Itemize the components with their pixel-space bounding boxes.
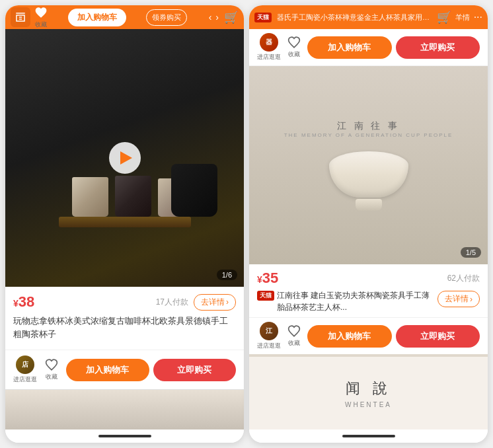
right-action-bar-bottom: 江 进店逛逛 收藏 加入购物车 立即购买 bbox=[249, 317, 488, 354]
sold-count: 17人付款 bbox=[156, 297, 188, 308]
left-home-bar bbox=[5, 429, 244, 443]
left-top-fav-btn[interactable]: 收藏 bbox=[34, 6, 48, 29]
right-bottom-add-cart-button[interactable]: 加入购物车 bbox=[307, 325, 392, 348]
whentea-sub-text: WHENTEA bbox=[345, 401, 392, 408]
right-bottom-action-buttons: 加入购物车 立即购买 bbox=[307, 325, 480, 348]
product-price: ¥38 bbox=[13, 293, 34, 311]
right-top-fav-btn[interactable]: 收藏 bbox=[287, 36, 301, 59]
left-product-image: 1/6 bbox=[5, 29, 244, 287]
tmall-badge: 天猫 bbox=[254, 13, 272, 22]
teapot bbox=[171, 164, 217, 217]
right-detail-button[interactable]: 去详情 › bbox=[437, 291, 480, 307]
shop-avatar: 店 bbox=[16, 355, 34, 374]
left-fav-btn[interactable]: 收藏 bbox=[45, 358, 58, 381]
right-product-price: ¥35 bbox=[257, 270, 278, 287]
next-arrow[interactable]: › bbox=[214, 11, 220, 24]
right-product-title: 器氏手工陶瓷小茶杯禅意鉴金主人杯茶具家用复古功夫品茗杯... bbox=[277, 13, 432, 22]
whentea-branding: 闻 說 WHENTEA bbox=[345, 379, 392, 408]
right-product-bg: 江 南 往 事 THE MEMORY OF A GENERATION CUP P… bbox=[249, 66, 488, 264]
right-top-add-cart-button[interactable]: 加入购物车 bbox=[307, 36, 392, 59]
add-cart-button[interactable]: 加入购物车 bbox=[66, 359, 149, 381]
action-buttons: 加入购物车 立即购买 bbox=[66, 359, 236, 381]
right-home-bar-line bbox=[342, 435, 395, 437]
jiangnan-title: 江 南 往 事 bbox=[284, 120, 453, 132]
jiangnan-subtitle: THE MEMORY OF A GENERATION CUP PEOPLE bbox=[284, 132, 453, 138]
buy-now-button[interactable]: 立即购买 bbox=[153, 359, 237, 381]
bowl-foot bbox=[356, 199, 382, 211]
right-bottom-buy-now-button[interactable]: 立即购买 bbox=[396, 325, 480, 348]
play-button[interactable] bbox=[109, 142, 141, 174]
cup-2 bbox=[115, 176, 151, 217]
left-top-bar: 收藏 加入购物车 领券购买 ‹ › 🛒 bbox=[5, 5, 244, 29]
right-product-1-image: 江 南 往 事 THE MEMORY OF A GENERATION CUP P… bbox=[249, 66, 488, 264]
left-top-right: ‹ › 🛒 bbox=[208, 10, 239, 24]
bowl-body bbox=[329, 151, 408, 198]
right-top-action-buttons: 加入购物车 立即购买 bbox=[307, 36, 480, 59]
left-top-add-cart-button[interactable]: 加入购物车 bbox=[68, 9, 126, 26]
cart-bar-right: 🛒 羊情 ··· bbox=[437, 10, 482, 24]
bottom-teaser bbox=[5, 389, 244, 429]
shop-visit-btn[interactable]: 店 进店逛逛 bbox=[13, 355, 37, 384]
cup-1 bbox=[72, 177, 108, 217]
prev-arrow[interactable]: ‹ bbox=[208, 11, 213, 24]
nav-arrows: ‹ › bbox=[208, 11, 220, 24]
image-counter: 1/6 bbox=[217, 270, 237, 280]
left-phone: 收藏 加入购物车 领券购买 ‹ › 🛒 bbox=[5, 5, 244, 443]
right-home-bar bbox=[249, 429, 488, 443]
right-image-counter: 1/5 bbox=[461, 247, 481, 258]
cart-text: 羊情 bbox=[455, 13, 470, 22]
right-product-info: ¥35 62人付款 天猫 江南往事 建白玉瓷功夫茶杯陶瓷茶具手工薄胎品杯茶艺主人… bbox=[249, 264, 488, 317]
right-bottom-shop-avatar: 江 bbox=[260, 322, 278, 340]
wooden-tray bbox=[59, 217, 191, 227]
right-price-row: ¥35 62人付款 bbox=[257, 270, 480, 287]
shop-icon bbox=[11, 7, 30, 27]
cart-icon[interactable]: 🛒 bbox=[224, 10, 239, 24]
home-bar-line bbox=[98, 435, 151, 437]
right-shop-avatar: 器 bbox=[260, 33, 278, 52]
price-row: ¥38 17人付款 去详情 › bbox=[13, 293, 236, 311]
product-title: 玩物志拿铁杯冰美式浓缩复古咖啡杯北欧茶具景德镇手工粗陶茶杯子 bbox=[13, 315, 236, 340]
bowl-illustration bbox=[329, 151, 408, 211]
right-sold-count: 62人付款 bbox=[447, 273, 480, 284]
left-action-bar: 店 进店逛逛 收藏 加入购物车 立即购买 bbox=[5, 350, 244, 389]
right-top-bar: 天猫 器氏手工陶瓷小茶杯禅意鉴金主人杯茶具家用复古功夫品茗杯... 🛒 羊情 ·… bbox=[249, 5, 488, 29]
right-bottom-fav-btn[interactable]: 收藏 bbox=[287, 324, 301, 348]
right-top-buy-now-button[interactable]: 立即购买 bbox=[396, 36, 480, 59]
right-shop-visit-btn[interactable]: 器 进店逛逛 bbox=[257, 33, 281, 61]
right-phone: 天猫 器氏手工陶瓷小茶杯禅意鉴金主人杯茶具家用复古功夫品茗杯... 🛒 羊情 ·… bbox=[249, 5, 488, 443]
bottom-teaser-inner bbox=[5, 390, 244, 429]
right-product-title-text: 江南往事 建白玉瓷功夫茶杯陶瓷茶具手工薄胎品杯茶艺主人杯... bbox=[277, 289, 434, 313]
right-tmall-badge: 天猫 bbox=[257, 291, 274, 301]
right-bottom-shop-btn[interactable]: 江 进店逛逛 bbox=[257, 322, 281, 350]
right-cart-icon[interactable]: 🛒 bbox=[437, 10, 451, 24]
more-dots[interactable]: ··· bbox=[474, 11, 482, 23]
third-product-teaser: 闻 說 WHENTEA bbox=[249, 354, 488, 429]
detail-button[interactable]: 去详情 › bbox=[194, 294, 236, 311]
right-desc-row: 天猫 江南往事 建白玉瓷功夫茶杯陶瓷茶具手工薄胎品杯茶艺主人杯... 去详情 › bbox=[257, 289, 480, 313]
left-product-info: ¥38 17人付款 去详情 › 玩物志拿铁杯冰美式浓缩复古咖啡杯北欧茶具景德镇手… bbox=[5, 287, 244, 350]
left-top-bar-left: 收藏 bbox=[11, 6, 48, 29]
whentea-main-text: 闻 說 bbox=[345, 379, 392, 398]
left-top-coupon-button[interactable]: 领券购买 bbox=[146, 9, 187, 26]
right-action-bar-top: 器 进店逛逛 收藏 加入购物车 立即购买 bbox=[249, 29, 488, 66]
